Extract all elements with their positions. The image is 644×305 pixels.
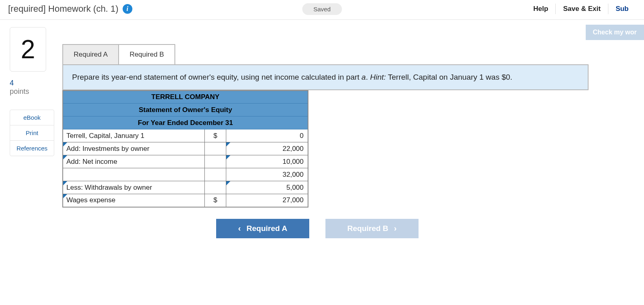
submit-button[interactable]: Sub [608, 2, 636, 15]
company-name: TERRELL COMPANY [63, 91, 308, 104]
points: 4 points [10, 79, 62, 96]
statement-period: For Year Ended December 31 [63, 116, 308, 129]
chevron-left-icon: ‹ [238, 224, 241, 233]
currency-symbol: $ [204, 129, 226, 142]
statement-table: TERRELL COMPANY Statement of Owner's Equ… [62, 90, 308, 208]
row-label[interactable]: Add: Investments by owner [63, 142, 204, 155]
tabs: Required A Required B [62, 44, 636, 64]
row-value: 32,000 [226, 168, 308, 181]
references-link[interactable]: References [10, 140, 54, 156]
question-number: 2 [10, 27, 46, 72]
points-value: 4 [10, 79, 62, 87]
prev-label: Required A [247, 224, 287, 233]
tab-required-b[interactable]: Required B [119, 44, 175, 64]
row-value[interactable]: 22,000 [226, 142, 308, 155]
chevron-right-icon: › [394, 224, 397, 233]
row-label[interactable]: Wages expense [63, 194, 204, 207]
points-label: points [10, 87, 62, 96]
currency-symbol [204, 155, 226, 168]
save-exit-button[interactable]: Save & Exit [556, 2, 608, 15]
row-label: Terrell, Capital, January 1 [63, 129, 204, 142]
row-label[interactable]: Less: Withdrawals by owner [63, 181, 204, 194]
prev-required-a-button[interactable]: ‹ Required A [216, 219, 309, 238]
nav-row: ‹ Required A Required B › [216, 219, 636, 238]
tab-required-a[interactable]: Required A [63, 44, 119, 64]
next-label: Required B [347, 224, 388, 233]
help-button[interactable]: Help [526, 2, 555, 15]
instruction-text: . [366, 73, 370, 81]
saved-status: Saved [302, 3, 342, 15]
ebook-link[interactable]: eBook [10, 110, 54, 125]
statement-title: Statement of Owner's Equity [63, 104, 308, 116]
next-required-b-button[interactable]: Required B › [325, 219, 419, 238]
row-value[interactable]: 5,000 [226, 181, 308, 194]
side-links: eBook Print References [10, 110, 54, 156]
row-value: 0 [226, 129, 308, 142]
currency-symbol [204, 168, 226, 181]
check-my-work-button[interactable]: Check my wor [586, 25, 644, 40]
currency-symbol [204, 181, 226, 194]
content: 2 4 points eBook Print References Check … [0, 20, 644, 238]
currency-symbol [204, 142, 226, 155]
hint-text: Terrell, Capital on January 1 was $0. [386, 73, 512, 81]
top-right-actions: Help Save & Exit Sub [526, 2, 636, 15]
instruction-panel: Prepare its year-end statement of owner'… [62, 64, 589, 90]
currency-symbol: $ [204, 194, 226, 207]
hint-label: Hint: [370, 73, 386, 81]
top-bar: [required] Homework (ch. 1) i Saved Help… [0, 0, 644, 20]
print-link[interactable]: Print [10, 125, 54, 140]
info-icon[interactable]: i [123, 4, 132, 14]
main-panel: Check my wor Required A Required B Prepa… [62, 27, 644, 238]
sidebar: 2 4 points eBook Print References [10, 27, 62, 238]
instruction-part: a [361, 73, 366, 81]
row-label[interactable]: Add: Net income [63, 155, 204, 168]
row-label [63, 168, 204, 181]
row-value: 27,000 [226, 194, 308, 207]
row-value[interactable]: 10,000 [226, 155, 308, 168]
assignment-title: [required] Homework (ch. 1) [8, 4, 119, 14]
instruction-text: Prepare its year-end statement of owner'… [72, 73, 361, 81]
